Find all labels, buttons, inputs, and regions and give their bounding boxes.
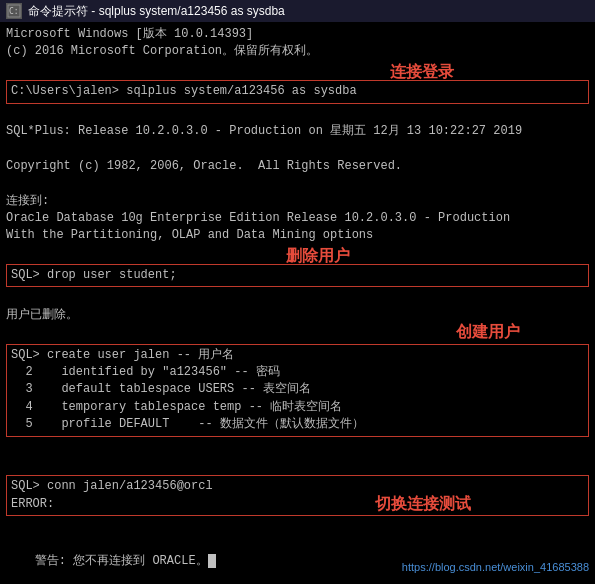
line-1: (c) 2016 Microsoft Corporation。保留所有权利。 <box>6 43 589 60</box>
annotation-drop-user: 删除用户 <box>286 244 350 267</box>
line-14 <box>6 289 589 306</box>
conn-block: SQL> conn jalen/a123456@orcl ERROR: <box>6 475 589 516</box>
line-26: SQL> conn jalen/a123456@orcl <box>11 478 584 495</box>
line-8 <box>6 175 589 192</box>
annotation-create-user: 创建用户 <box>456 320 520 343</box>
drop-block: SQL> drop user student; <box>6 264 589 287</box>
create-block: SQL> create user jalen -- 用户名 2 identifi… <box>6 344 589 437</box>
line-5: SQL*Plus: Release 10.2.0.3.0 - Productio… <box>6 123 589 140</box>
svg-text:C:: C: <box>9 7 19 16</box>
line-2 <box>6 61 589 78</box>
line-17: SQL> create user jalen -- 用户名 <box>11 347 584 364</box>
line-10: Oracle Database 10g Enterprise Edition R… <box>6 210 589 227</box>
line-27: ERROR: <box>11 496 584 513</box>
line-13: SQL> drop user student; <box>11 267 584 284</box>
title-bar-text: 命令提示符 - sqlplus system/a123456 as sysdba <box>28 3 285 20</box>
title-bar: C: 命令提示符 - sqlplus system/a123456 as sys… <box>0 0 595 22</box>
line-19: 3 default tablespace USERS -- 表空间名 <box>11 381 584 398</box>
watermark: https://blog.csdn.net/weixin_41685388 <box>402 560 589 576</box>
line-18: 2 identified by "a123456" -- 密码 <box>11 364 584 381</box>
line-0: Microsoft Windows [版本 10.0.14393] <box>6 26 589 43</box>
line-7: Copyright (c) 1982, 2006, Oracle. All Ri… <box>6 158 589 175</box>
line-24 <box>6 456 589 473</box>
title-bar-icon: C: <box>6 3 22 19</box>
line-20: 4 temporary tablespace temp -- 临时表空间名 <box>11 399 584 416</box>
line-9: 连接到: <box>6 193 589 210</box>
terminal: Microsoft Windows [版本 10.0.14393] (c) 20… <box>0 22 595 584</box>
line-21: 5 profile DEFAULT -- 数据文件（默认数据文件） <box>11 416 584 433</box>
line-28 <box>6 518 589 535</box>
annotation-login: 连接登录 <box>390 60 454 83</box>
line-6 <box>6 140 589 157</box>
login-block: C:\Users\jalen> sqlplus system/a123456 a… <box>6 80 589 103</box>
cursor <box>208 554 216 568</box>
line-11: With the Partitioning, OLAP and Data Min… <box>6 227 589 244</box>
line-4 <box>6 106 589 123</box>
line-22 <box>6 439 589 456</box>
annotation-switch-conn: 切换连接测试 <box>375 492 471 515</box>
line-3: C:\Users\jalen> sqlplus system/a123456 a… <box>11 83 584 100</box>
